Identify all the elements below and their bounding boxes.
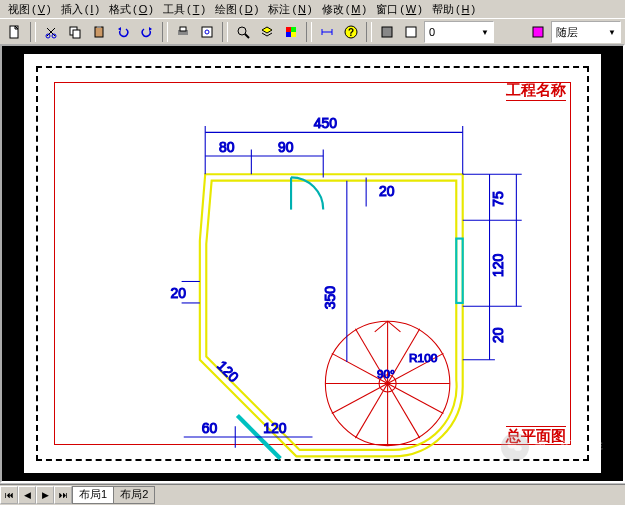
svg-rect-13 [286,27,291,32]
menu-bar: 视图(V) 插入(I) 格式(O) 工具(T) 绘图(D) 标注(N) 修改(M… [0,0,625,18]
swatch2-button[interactable] [527,21,549,43]
color-button[interactable] [280,21,302,43]
paper-sheet: 工程名称 总平面图 [24,54,601,473]
tab-prev[interactable]: ◀ [18,486,36,504]
dim-75: 75 [490,191,506,207]
paste-button[interactable] [88,21,110,43]
layer-combo[interactable]: 0▼ [424,21,494,43]
layer-button[interactable] [256,21,278,43]
dim-90deg: 90° [377,367,395,381]
layout-tabs: ⏮ ◀ ▶ ⏭ 布局1 布局2 [0,484,625,505]
menu-annotate[interactable]: 标注(N) [264,2,313,17]
preview-button[interactable] [196,21,218,43]
dim-20-top: 20 [379,183,395,199]
svg-line-12 [245,34,249,38]
shade-button[interactable] [376,21,398,43]
dim-button[interactable] [316,21,338,43]
dim-80: 80 [219,139,235,155]
menu-view[interactable]: 视图(V) [4,2,53,17]
help-button[interactable]: ? [340,21,362,43]
svg-rect-22 [382,27,392,37]
svg-point-11 [238,27,246,35]
dim-20r: 20 [490,327,506,343]
tab-next[interactable]: ▶ [36,486,54,504]
print-button[interactable] [172,21,194,43]
drawing-canvas[interactable]: 工程名称 总平面图 [0,44,625,483]
svg-rect-4 [73,30,80,38]
menu-help[interactable]: 帮助(H) [428,2,477,17]
svg-rect-6 [97,26,101,28]
tab-layout2[interactable]: 布局2 [113,486,155,504]
tab-first[interactable]: ⏮ [0,486,18,504]
dim-60: 60 [202,420,218,436]
swatch-button[interactable] [400,21,422,43]
menu-draw[interactable]: 绘图(D) [211,2,260,17]
dim-r100: R100 [409,351,438,365]
svg-rect-14 [291,27,296,32]
svg-rect-9 [202,27,212,37]
undo-button[interactable] [112,21,134,43]
toolbar: ? 0▼ 随层▼ [0,18,625,46]
cut-button[interactable] [40,21,62,43]
wechat-icon [501,433,529,461]
dim-90: 90 [278,139,294,155]
redo-button[interactable] [136,21,158,43]
svg-rect-24 [533,27,543,37]
dim-450: 450 [314,115,338,131]
svg-rect-15 [286,32,291,37]
dim-350: 350 [322,286,338,310]
menu-modify[interactable]: 修改(M) [318,2,369,17]
floor-plan-drawing: 450 80 90 20 75 [55,83,570,469]
menu-format[interactable]: 格式(O) [105,2,155,17]
svg-rect-8 [180,27,186,31]
watermark: 第一设计群 [501,433,603,461]
dim-20l: 20 [170,285,186,301]
dim-120b: 120 [263,420,287,436]
svg-rect-26 [456,239,462,303]
zoom-button[interactable] [232,21,254,43]
menu-tools[interactable]: 工具(T) [159,2,207,17]
svg-rect-5 [95,27,103,37]
tab-last[interactable]: ⏭ [54,486,72,504]
dim-120d: 120 [214,357,242,385]
svg-text:?: ? [348,27,354,38]
menu-insert[interactable]: 插入(I) [57,2,101,17]
linetype-combo[interactable]: 随层▼ [551,21,621,43]
new-button[interactable] [4,21,26,43]
svg-rect-16 [291,32,296,37]
menu-window[interactable]: 窗口(W) [372,2,424,17]
tab-layout1[interactable]: 布局1 [72,486,114,504]
dim-120r: 120 [490,254,506,278]
svg-rect-23 [406,27,416,37]
copy-button[interactable] [64,21,86,43]
title-block-frame: 工程名称 总平面图 [54,82,571,445]
